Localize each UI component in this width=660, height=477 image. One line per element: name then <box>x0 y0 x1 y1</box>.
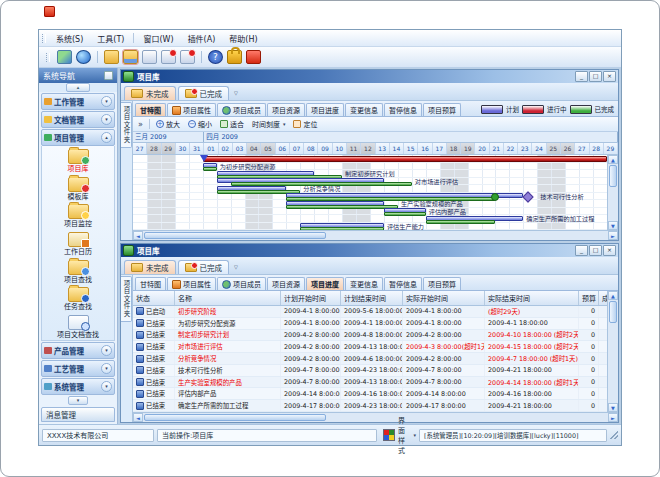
gantt-bar-done[interactable] <box>426 220 496 224</box>
gantt-bar-inprogress[interactable] <box>203 156 607 162</box>
collapse-button[interactable]: ▴ <box>66 83 90 92</box>
resize-grip[interactable] <box>610 431 618 439</box>
sidebar-item[interactable]: 任务查找 <box>42 286 114 313</box>
minimize-button[interactable]: _ <box>575 245 588 256</box>
folder-tab[interactable]: 已完成 <box>178 260 230 274</box>
tab-item[interactable]: 变更信息 <box>345 277 383 290</box>
gantt-bar-done[interactable] <box>286 205 398 209</box>
minimize-button[interactable]: _ <box>575 71 588 82</box>
sidebar-item[interactable]: 项目监控 <box>42 203 114 230</box>
locate-button[interactable]: 定位 <box>291 119 319 129</box>
exit-icon[interactable] <box>246 50 261 64</box>
column-header[interactable]: 状态 <box>133 291 175 305</box>
sidebar-item[interactable]: 项目库 <box>42 148 114 175</box>
table-row[interactable]: 已结束评估内部产品2009-4-14 8:00:002009-4-16 18:0… <box>133 388 607 400</box>
toolbar-button[interactable]: 适合 <box>218 119 246 129</box>
toolbar-overflow-button[interactable]: » <box>136 120 145 129</box>
menu-item[interactable]: 帮助(H) <box>222 33 264 44</box>
tab-overflow-button[interactable]: ▽ <box>234 90 238 96</box>
scroll-down-arrow[interactable]: ▼ <box>608 403 618 412</box>
table-row[interactable]: 已结束技术可行性分析2009-4-7 8:00:002009-4-23 18:0… <box>133 365 607 377</box>
table-row[interactable]: 已结束制定初步研究计划2009-4-2 8:00:002009-4-8 18:0… <box>133 330 607 342</box>
scroll-thumb[interactable] <box>144 232 326 239</box>
tab-selected[interactable]: 甘特图 <box>135 103 166 116</box>
column-header[interactable]: 实际结束时间 <box>485 291 579 305</box>
scroll-up-arrow[interactable]: ▲ <box>608 291 618 300</box>
scroll-thumb[interactable] <box>609 165 617 187</box>
pin-icon[interactable] <box>104 71 113 80</box>
folder-tab[interactable]: 未完成 <box>124 260 176 274</box>
tab-item[interactable]: 暂停信息 <box>384 277 422 290</box>
toolbar-button[interactable]: 时间刻度▾ <box>250 119 288 129</box>
column-header[interactable]: 名称 <box>175 291 281 305</box>
side-tab-project-folder[interactable]: 项目文件夹 <box>121 102 132 148</box>
sidebar-section[interactable]: 工作管理▾ <box>41 93 115 110</box>
table-row[interactable]: 已结束对市场进行评估2009-4-2 8:00:002009-4-13 18:0… <box>133 341 607 353</box>
menu-item[interactable]: 系统(S) <box>49 33 90 44</box>
scroll-right-arrow[interactable]: ► <box>608 231 618 240</box>
tab-item[interactable]: 项目资源 <box>267 103 305 116</box>
sidebar-section[interactable]: 项目管理▴ <box>41 129 115 146</box>
scroll-right-arrow[interactable]: ► <box>608 413 618 422</box>
mail-alert2-icon[interactable] <box>180 50 195 64</box>
tab-item[interactable]: 项目属性 <box>167 277 216 290</box>
gantt-bar-done[interactable] <box>203 167 217 171</box>
web-icon[interactable] <box>76 50 91 64</box>
scroll-down-arrow[interactable]: ▼ <box>608 221 618 230</box>
chevron-down-icon[interactable]: ▾ <box>101 381 112 392</box>
gantt-bar-done[interactable] <box>384 212 426 216</box>
folder-save-icon[interactable] <box>123 50 138 64</box>
sidebar-section[interactable]: 文档管理▾ <box>41 111 115 128</box>
tab-item[interactable]: 甘特图 <box>135 277 166 290</box>
ui-style-button[interactable]: 界面样式 ▾ <box>398 415 416 455</box>
mail-alert-icon[interactable] <box>161 50 176 64</box>
tab-item[interactable]: 项目属性 <box>167 103 216 116</box>
chevron-down-icon[interactable]: ▾ <box>101 345 112 356</box>
side-tab-project-folder[interactable]: 项目文件夹 <box>121 276 132 322</box>
menu-item[interactable]: 插件(A) <box>181 33 223 44</box>
table-row[interactable]: 已结束生产实验室规模的产品2009-4-7 8:00:002009-4-13 1… <box>133 377 607 389</box>
tab-message-management[interactable]: 消息管理 <box>41 407 115 422</box>
tab-item[interactable]: 暂停信息 <box>384 103 422 116</box>
tab-item[interactable]: 项目预算 <box>423 277 461 290</box>
tab-item[interactable]: 项目资源 <box>267 277 305 290</box>
column-header[interactable]: 实际开始时间 <box>403 291 485 305</box>
chevron-up-icon[interactable]: ▴ <box>101 132 112 143</box>
sidebar-item[interactable]: 工作日历 <box>42 231 114 258</box>
tab-item[interactable]: 项目进度 <box>306 103 344 116</box>
sidebar-section[interactable]: 系统管理▾ <box>41 378 115 395</box>
close-button[interactable]: × <box>603 245 616 256</box>
horizontal-scrollbar[interactable]: ◄► <box>133 230 618 240</box>
sidebar-item[interactable]: 项目文档查找 <box>42 313 114 340</box>
chevron-down-icon[interactable]: ▾ <box>101 96 112 107</box>
scroll-thumb[interactable] <box>609 301 617 323</box>
scroll-left-arrow[interactable]: ◄ <box>133 413 143 422</box>
column-header[interactable]: 预算 <box>579 291 599 305</box>
tab-item[interactable]: 项目成员 <box>217 277 266 290</box>
folder-tab[interactable]: 未完成 <box>124 86 176 100</box>
desktop-shortcut-icon[interactable] <box>44 6 55 17</box>
tab-item[interactable]: 项目成员 <box>217 103 266 116</box>
toolbar-button[interactable]: −缩小 <box>186 119 214 129</box>
sidebar-item[interactable]: 项目查找 <box>42 258 114 285</box>
chevron-down-icon[interactable]: ▾ <box>101 363 112 374</box>
table-row[interactable]: 已启动初步研究阶段2009-4-1 8:00:002009-5-6 18:00:… <box>133 306 607 318</box>
mail-icon[interactable] <box>142 50 157 64</box>
table-row[interactable]: 已结束为初步研究分配资源2009-4-1 8:00:002009-4-1 18:… <box>133 318 607 330</box>
help-icon[interactable]: ? <box>208 50 223 64</box>
scroll-up-arrow[interactable]: ▲ <box>608 155 618 164</box>
scroll-thumb[interactable] <box>144 414 326 421</box>
menu-item[interactable]: 窗口(W) <box>136 33 180 44</box>
tab-item[interactable]: 项目预算 <box>423 103 461 116</box>
sidebar-section[interactable]: 产品管理▾ <box>41 342 115 359</box>
column-header[interactable]: 计划结束时间 <box>341 291 403 305</box>
maximize-button[interactable]: □ <box>589 71 602 82</box>
vertical-scrollbar[interactable]: ▲▼ <box>607 291 618 412</box>
table-row[interactable]: 已结束分析竞争情况2009-4-2 8:00:002009-4-6 18:00:… <box>133 353 607 365</box>
system-icon[interactable] <box>57 50 72 64</box>
folder-icon[interactable] <box>104 50 119 64</box>
menu-item[interactable]: 工具(T) <box>90 33 131 44</box>
sidebar-item[interactable]: 模板库 <box>42 176 114 203</box>
chevron-down-icon[interactable]: ▾ <box>101 114 112 125</box>
column-header[interactable]: 计划开始时间 <box>281 291 341 305</box>
